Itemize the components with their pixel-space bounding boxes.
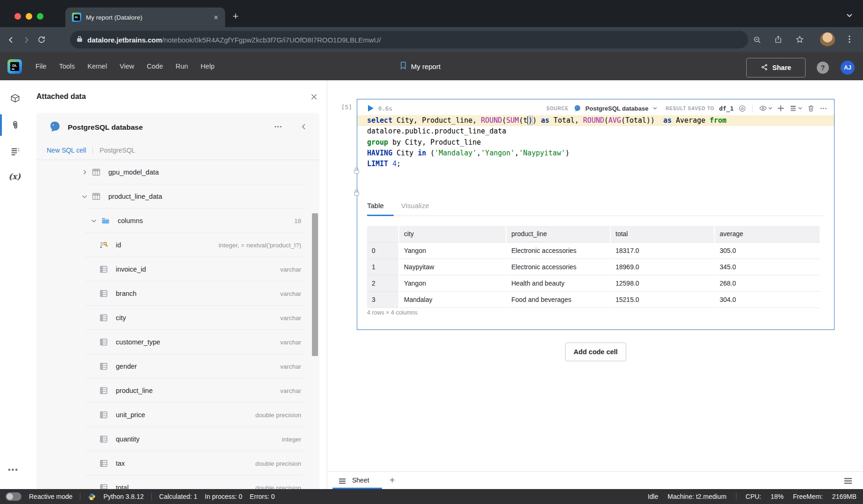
menu-view[interactable]: View [120,63,134,70]
menu-code[interactable]: Code [147,63,163,70]
packages-icon[interactable] [10,93,21,105]
chevron-right-icon[interactable] [81,169,91,175]
table-cell: Health and beauty [506,275,610,291]
browser-profile-avatar[interactable] [820,32,835,47]
reactive-mode-toggle[interactable] [6,492,21,501]
window-minimize-button[interactable] [26,13,32,20]
table-row[interactable]: 3MandalayFood and beverages15215.0304.0 [367,291,820,308]
reload-icon[interactable] [37,35,46,44]
tree-row-city[interactable]: cityvarchar [36,306,319,330]
close-panel-icon[interactable] [311,93,318,102]
active-tab-indicator [367,215,394,216]
zoom-indicator-icon[interactable] [753,35,762,44]
more-icon[interactable] [820,105,828,112]
result-column-header[interactable]: product_line [506,226,610,242]
tree-row-unit_price[interactable]: unit_pricedouble precision [36,403,319,427]
menu-help[interactable]: Help [201,63,215,70]
share-page-icon[interactable] [774,35,783,44]
result-column-header[interactable] [367,226,399,242]
at-icon[interactable]: @ [738,105,746,112]
source-selector[interactable]: PostgreSQL database [586,105,649,112]
table-row[interactable]: 2YangonHealth and beauty12598.0268.0 [367,275,820,291]
tab-visualize[interactable]: Visualize [401,202,429,210]
add-icon[interactable] [777,105,785,112]
rail-more-icon[interactable]: ••• [8,466,19,474]
sheet-menu-icon[interactable] [339,477,346,486]
datalore-logo[interactable]: DL [7,59,22,74]
table-row[interactable]: 0YangonElectronic accessories18317.0305.… [367,242,820,259]
menu-tools[interactable]: Tools [59,63,75,70]
code-token: as [541,116,549,125]
menu-run[interactable]: Run [176,63,188,70]
result-column-header[interactable]: total [610,226,714,242]
tree-row-invoice_id[interactable]: invoice_idvarchar [36,257,319,281]
result-dataframe-name[interactable]: df_1 [719,105,734,112]
user-avatar[interactable]: AJ [841,61,855,75]
variables-icon[interactable]: (x) [8,172,21,181]
python-version[interactable]: Python 3.8.12 [103,493,143,500]
help-button[interactable]: ? [817,62,829,74]
cell-handle-icon[interactable] [354,192,359,196]
sheet-list-icon[interactable] [844,477,852,486]
chevron-down-icon[interactable] [846,11,853,20]
table-row[interactable]: 1NaypyitawElectronic accessories18969.03… [367,259,820,275]
result-column-header[interactable]: average [714,226,820,242]
column-icon [99,410,109,420]
url-bar[interactable]: datalore.jetbrains.com/notebook/0k5R4AZg… [70,31,748,49]
new-tab-button[interactable]: + [233,11,239,21]
window-close-button[interactable] [14,13,21,20]
code-line-4[interactable]: HAVING City in ('Mandalay','Yangon','Nay… [357,148,834,159]
postgresql-link[interactable]: PostgreSQL [99,147,135,154]
window-maximize-button[interactable] [37,13,43,20]
code-line-2[interactable]: datalore.public.product_line_data [357,126,834,137]
collapse-card-icon[interactable] [300,123,307,132]
tree-row-customer_type[interactable]: customer_typevarchar [36,330,319,354]
kernel-state: Idle [648,493,658,500]
tree-row-columns[interactable]: columns18 [36,209,319,233]
browser-menu-icon[interactable] [845,35,854,44]
machine-type[interactable]: Machine: t2.medium [668,493,727,500]
layers-icon[interactable] [789,105,802,112]
tree-row-gpu_model_data[interactable]: gpu_model_data [36,160,319,184]
tree-row-id[interactable]: idinteger, = nextval('product_l?) [36,233,319,257]
postgresql-icon [573,105,581,112]
attached-data-icon[interactable] [10,120,21,133]
sql-cell[interactable]: 0.6s SOURCE PostgreSQL database RESULT S… [357,99,835,330]
chevron-down-icon[interactable] [91,217,100,224]
freemem-label: FreeMem: [793,493,823,500]
trash-icon[interactable] [807,105,815,112]
code-editor[interactable]: select City, Product_line, ROUND(SUM(t))… [357,115,834,169]
tab-close-icon[interactable]: ✕ [213,14,219,21]
back-icon[interactable] [7,35,15,44]
tree-row-product_line_data[interactable]: product_line_data [36,184,319,209]
tree-row-quantity[interactable]: quantityinteger [36,427,319,451]
folder-icon [101,216,111,225]
tree-row-gender[interactable]: gendervarchar [36,354,319,378]
new-sql-cell-link[interactable]: New SQL cell [47,147,86,154]
add-sheet-icon[interactable]: + [389,475,395,486]
run-cell-icon[interactable] [368,105,374,112]
table-of-contents-icon[interactable] [10,146,21,159]
browser-tab[interactable]: DL My report (Datalore) ✕ [65,7,225,27]
tree-row-tax[interactable]: taxdouble precision [36,451,319,476]
code-line-5[interactable]: LIMIT 4; [357,159,834,169]
cell-handle-icon[interactable] [354,170,359,174]
sidebar-scrollbar[interactable] [312,213,318,356]
menu-kernel[interactable]: Kernel [87,63,107,70]
result-column-header[interactable]: city [399,226,506,242]
sheet-tab[interactable]: Sheet [352,476,369,484]
database-more-icon[interactable] [274,122,283,133]
tree-row-branch[interactable]: branchvarchar [36,281,319,306]
add-code-cell-button[interactable]: Add code cell [565,343,626,361]
tab-table[interactable]: Table [367,202,384,210]
chevron-down-icon[interactable] [653,107,657,110]
share-button[interactable]: Share [746,58,806,77]
code-line-1[interactable]: select City, Product_line, ROUND(SUM(t))… [357,115,834,126]
menu-file[interactable]: File [35,63,46,70]
forward-icon[interactable] [22,35,31,44]
code-line-3[interactable]: group by City, Product_line [357,137,834,148]
bookmark-star-icon[interactable] [795,35,804,44]
visibility-icon[interactable] [759,104,772,112]
tree-row-product_line[interactable]: product_linevarchar [36,378,319,403]
chevron-down-icon[interactable] [81,193,91,200]
